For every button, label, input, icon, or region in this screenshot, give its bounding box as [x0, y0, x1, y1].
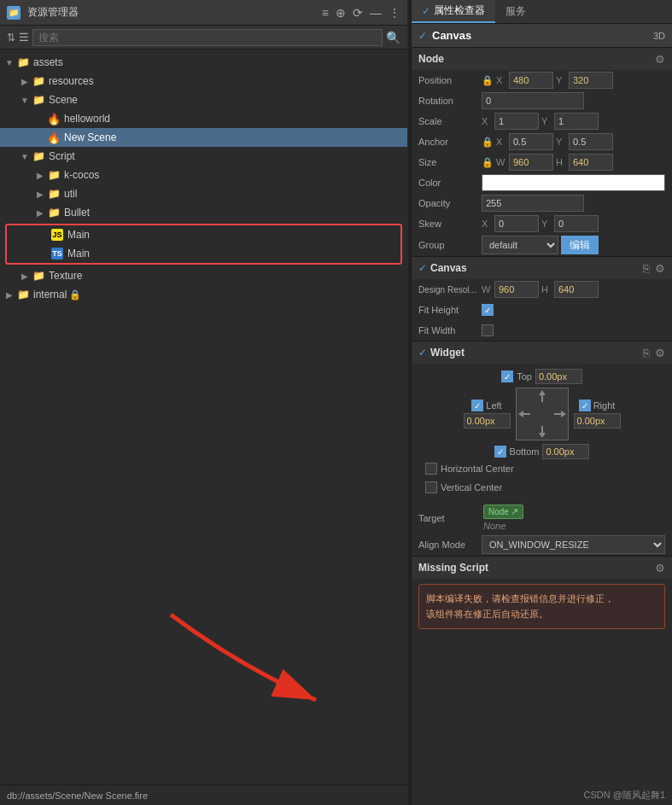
- missing-script-header[interactable]: Missing Script ⚙: [412, 557, 672, 579]
- canvas-section-title: Canvas: [430, 262, 643, 274]
- edit-group-button[interactable]: 编辑: [561, 236, 599, 254]
- tree-item-bullet[interactable]: ▶ 📁 Bullet: [0, 203, 407, 222]
- missing-gear-icon[interactable]: ⚙: [655, 562, 665, 575]
- search-button[interactable]: 🔍: [386, 31, 400, 44]
- target-label: Target: [418, 513, 478, 523]
- refresh-icon[interactable]: ⟳: [353, 6, 363, 20]
- size-h-input[interactable]: [569, 154, 613, 171]
- group-label: Group: [418, 240, 478, 250]
- tree-item-helloworld[interactable]: 🔥 helloworld: [0, 109, 407, 128]
- copy-icon[interactable]: ⎘: [643, 347, 650, 359]
- widget-left-label: Left: [486, 400, 501, 411]
- horizontal-center-checkbox[interactable]: [425, 463, 437, 475]
- anchor-lock[interactable]: 🔒: [482, 137, 494, 148]
- scale-label: Scale: [418, 116, 478, 126]
- fit-width-label: Fit Width: [418, 325, 478, 335]
- gear-icon[interactable]: ⚙: [655, 262, 665, 275]
- tree-item-main-js[interactable]: JS Main: [7, 225, 400, 244]
- tree-item-internal[interactable]: ▶ 📁 internal 🔒: [0, 285, 407, 304]
- tree-label: internal: [33, 289, 67, 300]
- fire-icon: 🔥: [46, 131, 61, 144]
- expand-arrow: ▶: [34, 171, 46, 180]
- gear-icon[interactable]: ⚙: [655, 53, 665, 66]
- anchor-row: Anchor 🔒 X Y: [412, 131, 672, 152]
- add-icon[interactable]: ⊕: [336, 6, 346, 20]
- scale-y-input[interactable]: [554, 113, 599, 130]
- anchor-label: Anchor: [418, 137, 478, 147]
- widget-arrowhead-right: [561, 411, 566, 417]
- tree-item-assets[interactable]: ▼ 📁 assets: [0, 53, 407, 72]
- opacity-input[interactable]: [482, 195, 584, 212]
- skew-y-input[interactable]: [554, 215, 599, 232]
- folder-icon: 📁: [31, 269, 46, 283]
- target-row: Target Node ↗ None: [412, 502, 672, 534]
- link-icon: ↗: [511, 506, 518, 517]
- design-h-input[interactable]: [554, 281, 599, 298]
- tree-item-kcocos[interactable]: ▶ 📁 k-cocos: [0, 166, 407, 184]
- widget-bottom-checkbox[interactable]: ✓: [494, 446, 506, 458]
- sort-icon[interactable]: ⇅: [7, 32, 15, 44]
- widget-left-checkbox[interactable]: ✓: [471, 400, 483, 411]
- color-swatch[interactable]: [482, 174, 665, 191]
- folder-icon: 📁: [46, 206, 61, 219]
- scale-x-input[interactable]: [494, 113, 539, 130]
- canvas-label: Canvas: [432, 29, 653, 42]
- anchor-y-input[interactable]: [569, 133, 613, 150]
- tab-service[interactable]: 服务: [495, 0, 536, 23]
- tree-label: resources: [49, 75, 94, 87]
- widget-right-label: Right: [593, 400, 616, 411]
- tree-item-script[interactable]: ▼ 📁 Script: [0, 147, 407, 166]
- group-dropdown[interactable]: default: [482, 236, 558, 254]
- widget-top-group: ✓ Top: [501, 369, 582, 384]
- rotation-input[interactable]: [482, 92, 584, 109]
- canvas-section-header[interactable]: ✓ Canvas ⎘ ⚙: [412, 257, 672, 279]
- position-lock[interactable]: 🔒: [482, 75, 494, 86]
- search-input[interactable]: [32, 29, 383, 46]
- node-badge-text: Node: [488, 507, 509, 516]
- widget-bottom-row: ✓ Bottom: [418, 444, 665, 459]
- widget-top-input[interactable]: [535, 369, 582, 384]
- widget-section-header[interactable]: ✓ Widget ⎘ ⚙: [412, 341, 672, 364]
- widget-left-input[interactable]: [464, 413, 511, 429]
- tab-inspector[interactable]: ✓ 属性检查器: [412, 0, 495, 23]
- design-w-input[interactable]: [494, 281, 539, 298]
- tree-item-util[interactable]: ▶ 📁 util: [0, 184, 407, 203]
- tree-item-scene-folder[interactable]: ▼ 📁 Scene: [0, 90, 407, 109]
- tree-item-main-ts[interactable]: TS Main: [7, 244, 400, 263]
- tree-item-new-scene[interactable]: 🔥 New Scene: [0, 128, 407, 147]
- panel-header: 📁 资源管理器 ≡ ⊕ ⟳ — ⋮: [0, 0, 407, 26]
- widget-bottom-input[interactable]: [542, 444, 589, 459]
- fit-height-checkbox[interactable]: ✓: [482, 304, 494, 316]
- widget-right-checkbox[interactable]: ✓: [579, 400, 591, 411]
- widget-section-icons: ⎘ ⚙: [643, 347, 665, 359]
- widget-top-row: ✓ Top: [418, 369, 665, 384]
- size-w-input[interactable]: [509, 154, 553, 171]
- minimize-icon[interactable]: —: [370, 6, 382, 20]
- vertical-center-checkbox[interactable]: [425, 481, 437, 493]
- widget-top-label: Top: [517, 371, 532, 382]
- vertical-center-label: Vertical Center: [441, 482, 502, 493]
- right-panel: ✓ 属性检查器 服务 ✓ Canvas 3D Node ⚙ Position 🔒…: [411, 0, 672, 805]
- copy-icon[interactable]: ⎘: [643, 262, 650, 275]
- fit-width-checkbox[interactable]: [482, 324, 494, 336]
- folder-icon: 📁: [31, 74, 46, 88]
- skew-x-input[interactable]: [494, 215, 539, 232]
- filter-icon[interactable]: ☰: [19, 31, 29, 44]
- tree-item-texture[interactable]: ▶ 📁 Texture: [0, 266, 407, 285]
- node-section-header[interactable]: Node ⚙: [412, 48, 672, 70]
- widget-right-input[interactable]: [574, 413, 621, 429]
- align-mode-dropdown[interactable]: ON_WINDOW_RESIZE: [482, 535, 665, 554]
- position-x-input[interactable]: [509, 72, 553, 89]
- gear-icon[interactable]: ⚙: [655, 347, 665, 359]
- size-lock[interactable]: 🔒: [482, 157, 494, 168]
- node-badge[interactable]: Node ↗: [483, 505, 523, 519]
- menu-icon[interactable]: ⋮: [389, 6, 400, 20]
- tree-item-resources[interactable]: ▶ 📁 resources: [0, 72, 407, 90]
- tree-label: Main: [67, 248, 90, 260]
- widget-top-checkbox[interactable]: ✓: [501, 370, 513, 382]
- opacity-label: Opacity: [418, 198, 478, 208]
- anchor-x-input[interactable]: [509, 133, 553, 150]
- list-icon[interactable]: ≡: [322, 6, 329, 20]
- widget-section-check: ✓: [418, 347, 427, 359]
- position-y-input[interactable]: [569, 72, 613, 89]
